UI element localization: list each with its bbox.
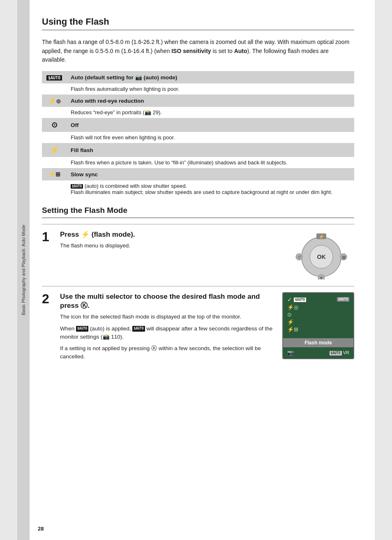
- step1-desc: The flash menu is displayed.: [60, 242, 282, 250]
- table-row: $AUTO (auto) is combined with slow shutt…: [42, 180, 354, 198]
- step2-section: 2 Use the multi selector to choose the d…: [42, 286, 354, 364]
- svg-text:⚡: ⚡: [319, 234, 324, 239]
- table-row: ⚡◎ Auto with red-eye reduction: [42, 95, 354, 107]
- flash-label-slowsync: Slow sync: [67, 168, 354, 180]
- flash-screen-bottom: 📷 $AUTO VR: [283, 347, 353, 358]
- table-row: ⚡ Fill flash: [42, 143, 354, 157]
- step2-desc2: When $AUTO (auto) is applied, $AUTO will…: [60, 325, 276, 342]
- flash-icon-fill: ⚡: [42, 143, 67, 157]
- table-row: Flash fires automatically when lighting …: [42, 83, 354, 95]
- flash-label-off: Off: [67, 118, 354, 132]
- table-row: Flash will not fire even when lighting i…: [42, 132, 354, 143]
- flash-icon-auto: $AUTO: [42, 71, 67, 83]
- table-row: ⚡⊞ Slow sync: [42, 168, 354, 180]
- iso-bold: ISO sensitivity: [171, 48, 211, 54]
- page: Basic Photography and Playback: Auto Mod…: [17, 0, 375, 540]
- intro-text-mid: is set to: [211, 48, 234, 54]
- flash-desc-slowsync: $AUTO (auto) is combined with slow shutt…: [42, 180, 354, 198]
- sidebar-label: Basic Photography and Playback: Auto Mod…: [21, 225, 26, 315]
- flash-label-fill: Fill flash: [67, 143, 354, 157]
- flash-desc-off: Flash will not fire even when lighting i…: [42, 132, 354, 143]
- flash-label-redeye: Auto with red-eye reduction: [67, 95, 354, 107]
- flash-option-slowsync: ⚡⊞: [287, 326, 334, 332]
- control-wheel-svg: OK ⚡ ↺ ▦ ▼: [293, 230, 350, 279]
- section2-title: Setting the Flash Mode: [42, 206, 354, 218]
- table-row: Reduces “red-eye” in portraits (📸 29).: [42, 107, 354, 118]
- flash-mode-label: Flash mode: [283, 338, 353, 347]
- flash-selected-indicator: $AUTO: [337, 296, 349, 302]
- check-icon: ✓: [287, 296, 292, 303]
- step1-image: OK ⚡ ↺ ▦ ▼: [288, 230, 354, 279]
- flash-desc-fill: Flash fires when a picture is taken. Use…: [42, 157, 354, 168]
- flash-icon-redeye: ⚡◎: [42, 95, 67, 107]
- step2-number: 2: [42, 292, 53, 305]
- flash-desc-redeye: Reduces “red-eye” in portraits (📸 29).: [42, 107, 354, 118]
- svg-text:▦: ▦: [342, 255, 346, 259]
- step1-row: 1 Press ⚡ (flash mode). The flash menu i…: [42, 230, 354, 279]
- step1-number: 1: [42, 230, 53, 243]
- step2-desc1: The icon for the selected flash mode is …: [60, 313, 276, 321]
- flash-label-auto: Auto (default setting for 📷 (auto) mode): [67, 71, 354, 83]
- flash-bottom-right: $AUTO VR: [330, 350, 349, 355]
- flash-modes-table: $AUTO Auto (default setting for 📷 (auto)…: [42, 71, 354, 198]
- table-row: Flash fires when a picture is taken. Use…: [42, 157, 354, 168]
- step1-section: 1 Press ⚡ (flash mode). The flash menu i…: [42, 224, 354, 279]
- flash-options-list: ✓ $AUTO ⚡◎ ⊙ ⚡: [287, 296, 334, 332]
- step2-row: 2 Use the multi selector to choose the d…: [42, 292, 354, 364]
- step2-image: ✓ $AUTO ⚡◎ ⊙ ⚡: [282, 292, 354, 359]
- table-row: $AUTO Auto (default setting for 📷 (auto)…: [42, 71, 354, 83]
- table-row: ⊙ Off: [42, 118, 354, 132]
- flash-option-fill: ⚡: [287, 319, 334, 325]
- flash-desc-auto: Flash fires automatically when lighting …: [42, 83, 354, 95]
- section1-title: Using the Flash: [42, 16, 354, 30]
- step2-desc3: If a setting is not applied by pressing …: [60, 344, 276, 361]
- svg-text:OK: OK: [317, 254, 326, 260]
- flash-mode-screen: ✓ $AUTO ⚡◎ ⊙ ⚡: [282, 292, 354, 359]
- auto-bold: Auto: [234, 48, 247, 54]
- svg-text:▼: ▼: [319, 276, 323, 279]
- flash-option-off: ⊙: [287, 312, 334, 318]
- flash-icon-off: ⊙: [42, 118, 67, 132]
- svg-text:↺: ↺: [297, 255, 301, 259]
- flash-screen-top: ✓ $AUTO ⚡◎ ⊙ ⚡: [283, 293, 353, 338]
- camera-icon: 📷: [287, 350, 294, 356]
- page-number: 28: [38, 526, 44, 532]
- sidebar: Basic Photography and Playback: Auto Mod…: [17, 0, 30, 540]
- flash-option-auto: ✓ $AUTO: [287, 296, 334, 303]
- step2-content: Use the multi selector to choose the des…: [60, 292, 276, 364]
- flash-option-redeye: ⚡◎: [287, 304, 334, 310]
- step1-heading: Press ⚡ (flash mode).: [60, 230, 282, 239]
- step1-content: Press ⚡ (flash mode). The flash menu is …: [60, 230, 282, 253]
- intro-paragraph: The flash has a range of 0.5-8.0 m (1.6-…: [42, 38, 354, 65]
- step2-heading: Use the multi selector to choose the des…: [60, 292, 276, 310]
- flash-icon-slowsync: ⚡⊞: [42, 168, 67, 180]
